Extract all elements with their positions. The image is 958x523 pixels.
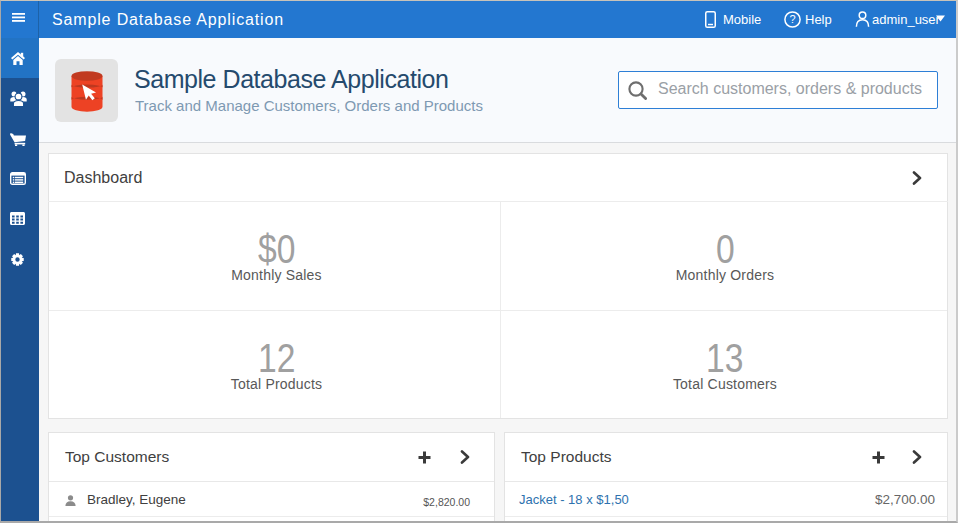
svg-text:?: ?: [789, 13, 795, 25]
